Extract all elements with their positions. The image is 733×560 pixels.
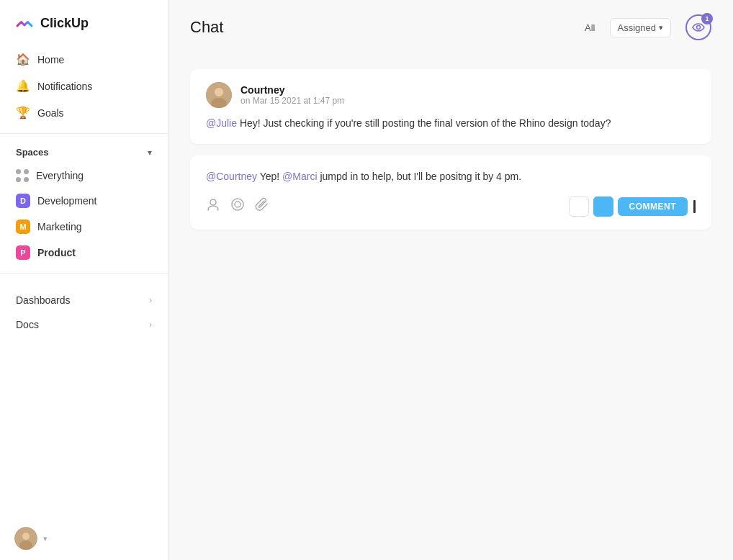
sidebar-item-everything[interactable]: Everything: [7, 163, 161, 188]
sidebar-item-development[interactable]: D Development: [7, 188, 161, 214]
mention-courtney: @Courtney: [206, 171, 257, 182]
home-icon: 🏠: [16, 53, 30, 66]
assigned-label: Assigned: [618, 22, 656, 33]
watch-badge[interactable]: 1: [685, 14, 711, 40]
sidebar-notifications-label: Notifications: [37, 81, 92, 92]
main-content: Chat All Assigned ▾ 1: [168, 0, 733, 560]
message-text-1: Hey! Just checking if you're still posti…: [237, 117, 611, 129]
divider: [0, 133, 168, 134]
everything-icon: [16, 169, 29, 182]
sidebar-item-notifications[interactable]: 🔔 Notifications: [7, 73, 161, 99]
sidebar-item-product[interactable]: P Product: [7, 240, 161, 266]
attachment-icon[interactable]: [255, 197, 269, 215]
sidebar-goals-label: Goals: [37, 107, 64, 119]
clickup-logo-icon: [14, 13, 35, 33]
svg-point-8: [232, 199, 243, 210]
sidebar: ClickUp 🏠 Home 🔔 Notifications 🏆 Goals S…: [0, 0, 168, 560]
goals-icon: 🏆: [16, 106, 30, 119]
logo-text: ClickUp: [40, 16, 89, 31]
sidebar-item-dashboards[interactable]: Dashboards ›: [7, 288, 161, 312]
mention-marci: @Marci: [282, 171, 317, 182]
sidebar-item-goals[interactable]: 🏆 Goals: [7, 99, 161, 126]
sidebar-nav: 🏠 Home 🔔 Notifications 🏆 Goals: [0, 46, 168, 126]
chevron-down-filter-icon: ▾: [659, 23, 663, 32]
svg-point-3: [697, 26, 701, 30]
message-author-1: Courtney: [240, 84, 344, 96]
chevron-right-icon: ›: [149, 295, 152, 305]
sidebar-item-docs[interactable]: Docs ›: [7, 312, 161, 337]
chat-title: Chat: [190, 18, 570, 37]
message-time-1: on Mar 15 2021 at 1:47 pm: [240, 96, 344, 106]
chevron-right-icon-docs: ›: [149, 320, 152, 330]
everything-label: Everything: [36, 170, 84, 181]
user-icon[interactable]: [206, 197, 220, 215]
sidebar-item-marketing[interactable]: M Marketing: [7, 214, 161, 240]
comment-button[interactable]: COMMENT: [618, 197, 688, 216]
docs-label: Docs: [16, 319, 39, 330]
watch-count-badge: 1: [701, 13, 713, 24]
chevron-down-user-icon: ▾: [43, 534, 48, 543]
filter-assigned-dropdown[interactable]: Assigned ▾: [610, 18, 671, 37]
svg-point-5: [215, 88, 223, 96]
spaces-list: Everything D Development M Marketing P P…: [0, 163, 168, 266]
divider-2: [0, 273, 168, 274]
reply-actions: COMMENT: [206, 197, 696, 217]
courtney-avatar: [206, 82, 232, 108]
message-body-1: @Julie Hey! Just checking if you're stil…: [206, 115, 696, 131]
reply-text-1: Yep!: [257, 171, 282, 182]
product-badge: P: [16, 245, 30, 260]
circle-icon[interactable]: [230, 197, 245, 215]
avatar-image: [14, 527, 37, 550]
reply-body: @Courtney Yep! @Marci jumpd in to help, …: [206, 168, 696, 184]
reply-text-2: jumpd in to help, but I'll be positng it…: [318, 171, 522, 182]
reply-buttons: COMMENT: [569, 197, 696, 217]
user-avatar: [14, 527, 37, 550]
message-header-1: Courtney on Mar 15 2021 at 1:47 pm: [206, 82, 696, 108]
logo[interactable]: ClickUp: [0, 0, 168, 46]
sidebar-home-label: Home: [37, 54, 64, 66]
product-label: Product: [37, 247, 76, 258]
development-badge: D: [16, 194, 30, 208]
sidebar-footer[interactable]: ▾: [0, 517, 168, 560]
spaces-header[interactable]: Spaces ▾: [0, 141, 168, 163]
chevron-down-icon: ▾: [148, 148, 152, 158]
sidebar-item-home[interactable]: 🏠 Home: [7, 46, 161, 73]
filter-all-button[interactable]: All: [585, 22, 595, 33]
message-card-1: Courtney on Mar 15 2021 at 1:47 pm @Juli…: [190, 69, 711, 144]
marketing-badge: M: [16, 220, 30, 234]
btn-square-1[interactable]: [569, 197, 589, 217]
svg-point-1: [22, 533, 30, 540]
sidebar-bottom-section: Dashboards › Docs ›: [0, 288, 168, 337]
chat-messages: Courtney on Mar 15 2021 at 1:47 pm @Juli…: [168, 55, 733, 560]
bell-icon: 🔔: [16, 79, 30, 93]
message-meta-1: Courtney on Mar 15 2021 at 1:47 pm: [240, 84, 344, 106]
marketing-label: Marketing: [37, 221, 81, 232]
chat-header: Chat All Assigned ▾ 1: [168, 0, 733, 55]
svg-point-9: [235, 202, 240, 207]
svg-point-7: [210, 199, 216, 205]
development-label: Development: [37, 195, 97, 207]
action-icons: [206, 197, 269, 215]
dashboards-label: Dashboards: [16, 294, 71, 306]
reply-card: @Courtney Yep! @Marci jumpd in to help, …: [190, 155, 711, 229]
cursor-indicator: [693, 200, 696, 213]
mention-julie: @Julie: [206, 117, 237, 129]
spaces-label: Spaces: [16, 147, 49, 158]
btn-square-2[interactable]: [593, 197, 613, 217]
